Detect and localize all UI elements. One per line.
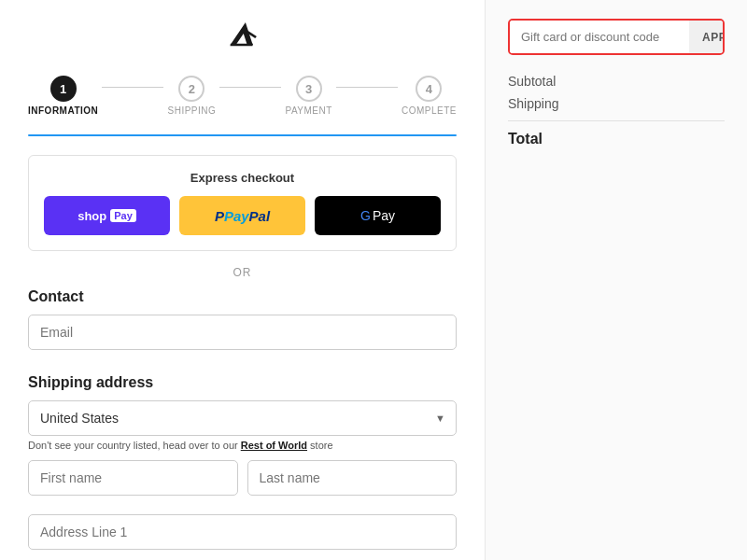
step-connector-3 bbox=[336, 87, 398, 88]
rest-of-world-link[interactable]: Rest of World bbox=[241, 440, 307, 451]
country-select[interactable]: United States bbox=[28, 400, 457, 436]
subtotal-label: Subtotal bbox=[508, 74, 556, 89]
blue-divider bbox=[28, 134, 457, 136]
address-input[interactable] bbox=[28, 514, 457, 550]
step-connector-1 bbox=[102, 87, 163, 88]
express-checkout-title: Express checkout bbox=[44, 171, 441, 185]
step-information: 1 INFORMATION bbox=[28, 76, 98, 116]
total-row: Total bbox=[508, 131, 725, 147]
discount-row: APPLY bbox=[508, 19, 725, 55]
shipping-row: Shipping bbox=[508, 96, 725, 111]
discount-input[interactable] bbox=[510, 21, 689, 53]
step-label-shipping: SHIPPING bbox=[167, 105, 216, 116]
country-hint: Don't see your country listed, head over… bbox=[28, 440, 457, 451]
step-complete: 4 COMPLETE bbox=[402, 76, 457, 116]
step-circle-4: 4 bbox=[416, 76, 442, 102]
firstname-input[interactable] bbox=[28, 460, 238, 496]
brand-logo bbox=[218, 19, 266, 57]
step-circle-2: 2 bbox=[178, 76, 204, 102]
gpay-button[interactable]: G Pay bbox=[315, 196, 441, 235]
lastname-input[interactable] bbox=[247, 460, 458, 496]
summary-divider bbox=[508, 120, 725, 121]
apply-button[interactable]: APPLY bbox=[689, 21, 725, 53]
name-row bbox=[28, 460, 457, 505]
contact-section: Contact bbox=[28, 288, 457, 359]
step-shipping: 2 SHIPPING bbox=[167, 76, 216, 116]
paypal-button[interactable]: P Pay Pal bbox=[179, 196, 305, 235]
subtotal-row: Subtotal bbox=[508, 74, 725, 89]
step-label-payment: PAYMENT bbox=[285, 105, 331, 116]
step-label-information: INFORMATION bbox=[28, 105, 98, 116]
contact-title: Contact bbox=[28, 288, 457, 305]
shipping-section: Shipping address United States Don't see… bbox=[28, 374, 457, 559]
order-summary: Subtotal Shipping Total bbox=[508, 74, 725, 147]
shipping-title: Shipping address bbox=[28, 374, 457, 391]
total-label: Total bbox=[508, 131, 543, 147]
logo-area bbox=[28, 19, 457, 57]
step-payment: 3 PAYMENT bbox=[285, 76, 331, 116]
left-panel: 1 INFORMATION 2 SHIPPING 3 PAYMENT bbox=[0, 0, 486, 560]
step-label-complete: COMPLETE bbox=[402, 105, 457, 116]
right-panel: APPLY Subtotal Shipping Total bbox=[486, 0, 747, 560]
steps-bar: 1 INFORMATION 2 SHIPPING 3 PAYMENT bbox=[28, 76, 457, 116]
step-circle-3: 3 bbox=[296, 76, 322, 102]
shipping-label: Shipping bbox=[508, 96, 559, 111]
step-circle-1: 1 bbox=[50, 76, 77, 102]
email-input[interactable] bbox=[28, 315, 457, 350]
express-buttons: shop Pay P Pay Pal G Pay bbox=[44, 196, 441, 235]
step-connector-2 bbox=[219, 87, 281, 88]
shoppay-button[interactable]: shop Pay bbox=[44, 196, 170, 235]
country-select-wrapper: United States bbox=[28, 400, 457, 436]
express-checkout-box: Express checkout shop Pay P Pay Pal G Pa… bbox=[28, 155, 457, 251]
or-divider: OR bbox=[28, 266, 457, 279]
